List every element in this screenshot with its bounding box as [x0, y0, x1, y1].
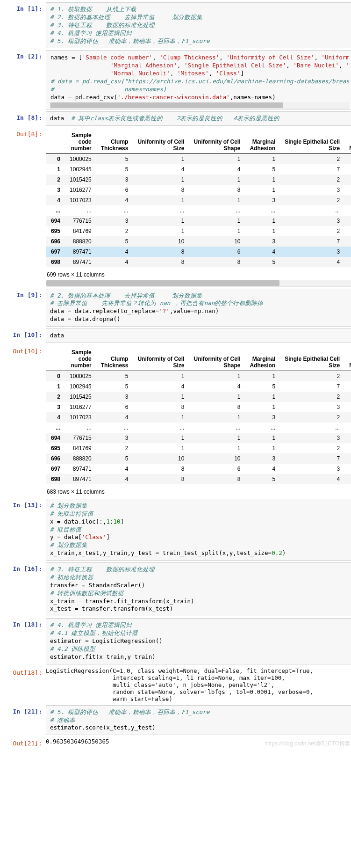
cell-2: In [2]: names = ['Sample code number', '…	[2, 50, 351, 109]
in-prompt-10: In [10]:	[2, 328, 46, 343]
table-row: ..............................	[46, 423, 351, 433]
table-row: 69584176921112111	[46, 226, 351, 236]
dataframe-8: SamplecodenumberClumpThicknessUniformity…	[46, 130, 351, 267]
cell-1: In [1]: # 1. 获取数据 从线上下载 # 2. 数据的基本处理 去掉异…	[2, 2, 351, 48]
cell-8-in: In [8]: data # 其中class表示良性或者恶性的 2表示的是良性的…	[2, 111, 351, 126]
table-row: 69688882051010373810	[46, 236, 351, 247]
df-8-scroll[interactable]: SamplecodenumberClumpThicknessUniformity…	[46, 128, 351, 269]
code-input-1[interactable]: # 1. 获取数据 从线上下载 # 2. 数据的基本处理 去掉异常值 划分数据集…	[46, 2, 351, 48]
out-text-21: 0.9635036496350365	[46, 737, 351, 746]
df-10-dims: 683 rows × 11 columns	[46, 486, 351, 497]
out-prompt-21: Out[21]:	[2, 737, 46, 747]
code-input-10[interactable]: data	[46, 328, 351, 343]
cell-10-in: In [10]: data	[2, 328, 351, 343]
hscroll-bar[interactable]	[50, 102, 349, 109]
in-prompt-21: In [21]:	[2, 705, 46, 736]
table-row: 697897471486434106	[46, 464, 351, 474]
cell-21-out: Out[21]: 0.9635036496350365 https://blog…	[2, 737, 351, 747]
cell-8-out: Out[8]: SamplecodenumberClumpThicknessUn…	[2, 128, 351, 287]
table-row: 0100002551112131	[46, 153, 351, 164]
df-8-dims: 699 rows × 11 columns	[46, 269, 351, 280]
table-row: 698897471488545104	[46, 474, 351, 484]
in-prompt-16: In [16]:	[2, 562, 46, 616]
table-row: 3101627768813437	[46, 402, 351, 412]
code-input-2[interactable]: names = ['Sample code number', 'Clump Th…	[46, 50, 351, 109]
table-row: 69688882051010373810	[46, 453, 351, 464]
table-row: 69477671531113211	[46, 433, 351, 443]
cell-16: In [16]: # 3. 特征工程 数据的标准化处理 # 初始化转换器 tra…	[2, 562, 351, 616]
hscroll-bar[interactable]	[46, 280, 351, 287]
out-prompt-10: Out[10]:	[2, 345, 46, 497]
in-prompt-2: In [2]:	[2, 50, 46, 109]
in-prompt-18: In [18]:	[2, 618, 46, 664]
code-lines: # 1. 获取数据 从线上下载 # 2. 数据的基本处理 去掉异常值 划分数据集…	[50, 6, 349, 45]
in-prompt-8: In [8]:	[2, 111, 46, 126]
table-row: 11002945544571032	[46, 381, 351, 392]
code-input-18[interactable]: # 4. 机器学习 使用逻辑回归 # 4.1 建立模型，初始化估计器 estim…	[46, 618, 351, 664]
cell-21-in: In [21]: # 5. 模型的评估 准确率，精确率，召回率，F1_score…	[2, 705, 351, 736]
table-row: 4101702341132131	[46, 195, 351, 205]
table-row: 697897471486434106	[46, 247, 351, 257]
code-input-16[interactable]: # 3. 特征工程 数据的标准化处理 # 初始化转换器 transfer = S…	[46, 562, 351, 616]
table-row: 69477671531113211	[46, 216, 351, 226]
table-row: 4101702341132131	[46, 412, 351, 423]
cell-9: In [9]: # 2. 数据的基本处理 去掉异常值 划分数据集 # 去除异常值…	[2, 289, 351, 327]
in-prompt-13: In [13]:	[2, 499, 46, 561]
out-text-18: LogisticRegression(C=1.0, class_weight=N…	[46, 666, 351, 703]
code-input-21[interactable]: # 5. 模型的评估 准确率，精确率，召回率，F1_score # 准确率 es…	[46, 705, 351, 736]
table-row: 698897471488545104	[46, 257, 351, 267]
out-prompt-18: Out[18]:	[2, 666, 46, 703]
table-row: 69584176921112111	[46, 443, 351, 453]
in-prompt-1: In [1]:	[2, 2, 46, 48]
table-row: ..............................	[46, 205, 351, 216]
cell-18-in: In [18]: # 4. 机器学习 使用逻辑回归 # 4.1 建立模型，初始化…	[2, 618, 351, 664]
cell-13: In [13]: # 划分数据集 # 先取出特征值 x = data.iloc[…	[2, 499, 351, 561]
code-input-9[interactable]: # 2. 数据的基本处理 去掉异常值 划分数据集 # 去除异常值 先将异常值？转…	[46, 289, 351, 327]
df-10-scroll[interactable]: SamplecodenumberClumpThicknessUniformity…	[46, 345, 351, 486]
dataframe-10: SamplecodenumberClumpThicknessUniformity…	[46, 347, 351, 484]
out-prompt-8: Out[8]:	[2, 128, 46, 287]
cell-10-out: Out[10]: SamplecodenumberClumpThicknessU…	[2, 345, 351, 497]
in-prompt-9: In [9]:	[2, 289, 46, 327]
code-input-8[interactable]: data # 其中class表示良性或者恶性的 2表示的是良性的 4表示的是恶性…	[46, 111, 351, 126]
table-row: 0100002551112131	[46, 371, 351, 381]
code-input-13[interactable]: # 划分数据集 # 先取出特征值 x = data.iloc[:,1:10] #…	[46, 499, 351, 561]
code-lines: names = ['Sample code number', 'Clump Th…	[50, 54, 349, 101]
table-row: 2101542531112231	[46, 175, 351, 185]
table-row: 11002945544571032	[46, 164, 351, 175]
table-row: 2101542531112231	[46, 392, 351, 402]
table-row: 3101627768813437	[46, 185, 351, 195]
cell-18-out: Out[18]: LogisticRegression(C=1.0, class…	[2, 666, 351, 703]
